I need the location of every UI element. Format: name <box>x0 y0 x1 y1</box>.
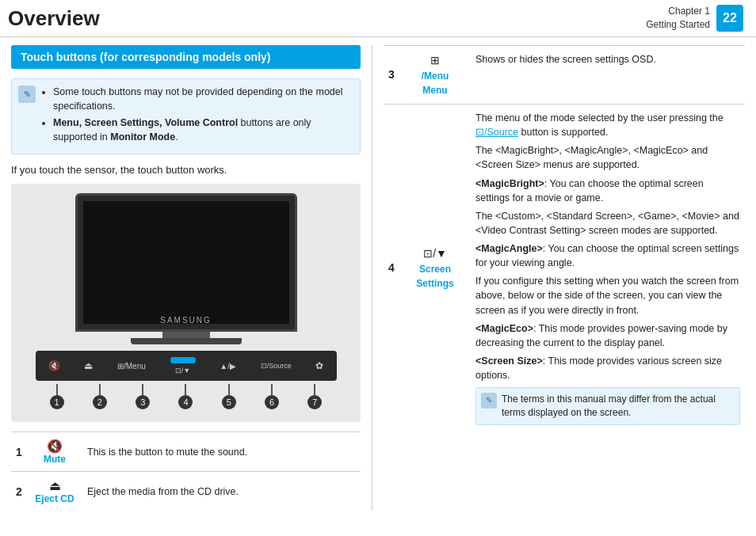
btn-screensettings: ⊡/▼ <box>170 357 196 374</box>
note-small-icon: ✎ <box>481 393 497 409</box>
note-item-2: Menu, Screen Settings, Volume Control bu… <box>53 116 352 144</box>
num-2: 2 <box>93 384 107 409</box>
right-table: 3 ⊞ /MenuMenu Shows or hides the screen … <box>384 45 745 431</box>
row-desc-2: Eject the media from the CD drive. <box>82 472 361 511</box>
note-small-4: ✎ The terms in this manual may differ fr… <box>475 387 740 425</box>
btn-menu: ⊞/Menu <box>117 362 146 371</box>
magicbright-term: <MagicBright> <box>475 178 544 189</box>
page-badge: 22 <box>716 5 743 32</box>
note-item-1: Some touch buttons may not be provided d… <box>53 86 352 113</box>
num-6: 6 <box>265 384 279 409</box>
right-row-num-4: 4 <box>384 105 399 431</box>
monitor-screen <box>83 201 289 324</box>
table-row: 1 🔇 Mute This is the button to mute the … <box>11 432 361 472</box>
page-header: Overview Chapter 1 Getting Started 22 <box>0 0 756 37</box>
num-7: 7 <box>307 384 322 409</box>
btn-eject: ⏏ <box>84 360 93 371</box>
row-desc-1: This is the button to mute the sound. <box>82 432 361 472</box>
right-row-icon-3: ⊞ /MenuMenu <box>399 46 471 105</box>
left-column: Touch buttons (for corresponding models … <box>0 45 372 511</box>
btn-play: ▲/▶ <box>220 362 236 371</box>
left-table: 1 🔇 Mute This is the button to mute the … <box>11 431 361 511</box>
chapter-label: Chapter 1 Getting Started <box>646 5 710 32</box>
num-3: 3 <box>136 384 150 409</box>
btn-source: ⊡/Source <box>261 362 292 370</box>
row-icon-2: ⏏ Eject CD <box>27 472 82 511</box>
monitor-illustration: SAMSUNG 🔇 ⏏ ⊞/Menu ⊡/▼ <box>11 184 361 422</box>
sensor-text: If you touch the sensor, the touch butto… <box>11 164 361 176</box>
note-icon: ✎ <box>18 86 36 103</box>
monitor-body: SAMSUNG <box>75 193 297 332</box>
main-content: Touch buttons (for corresponding models … <box>0 37 756 519</box>
note-box: ✎ Some touch buttons may not be provided… <box>11 78 361 154</box>
right-row-desc-3: Shows or hides the screen settings OSD. <box>471 46 745 105</box>
right-row-icon-4: ⊡/▼ Screen Settings <box>399 105 471 431</box>
btn-settings: ✿ <box>315 360 323 371</box>
num-5: 5 <box>222 384 236 409</box>
screensize-term: <Screen Size> <box>475 355 543 367</box>
row-num-1: 1 <box>11 432 27 472</box>
touch-buttons-header: Touch buttons (for corresponding models … <box>11 45 361 69</box>
table-row-3: 3 ⊞ /MenuMenu Shows or hides the screen … <box>384 46 745 105</box>
button-bar: 🔇 ⏏ ⊞/Menu ⊡/▼ ▲/▶ ⊡/Source <box>36 351 337 381</box>
header-right: Chapter 1 Getting Started 22 <box>646 5 743 32</box>
note-list: Some touch buttons may not be provided d… <box>40 86 352 144</box>
row-num-2: 2 <box>11 472 27 511</box>
right-row-desc-4: The menu of the mode selected by the use… <box>471 105 745 431</box>
number-row: 1 2 3 4 5 <box>36 381 337 412</box>
magicangle-term: <MagicAngle> <box>475 243 543 254</box>
source-link: ⊡/Source <box>475 127 518 138</box>
right-row-num-3: 3 <box>384 46 399 105</box>
row-icon-1: 🔇 Mute <box>27 432 82 472</box>
btn-mute: 🔇 <box>48 360 60 371</box>
table-row: 2 ⏏ Eject CD Eject the media from the CD… <box>11 472 361 511</box>
monitor-stand-top <box>162 332 210 338</box>
page-title: Overview <box>0 6 100 31</box>
monitor-stand-base <box>131 338 242 344</box>
monitor-brand: SAMSUNG <box>160 316 212 325</box>
num-1: 1 <box>50 384 64 409</box>
table-row-4: 4 ⊡/▼ Screen Settings The menu of the mo… <box>384 105 745 431</box>
magiceco-term: <MagicEco> <box>475 323 533 334</box>
right-column: 3 ⊞ /MenuMenu Shows or hides the screen … <box>372 45 756 511</box>
num-4: 4 <box>178 384 193 409</box>
